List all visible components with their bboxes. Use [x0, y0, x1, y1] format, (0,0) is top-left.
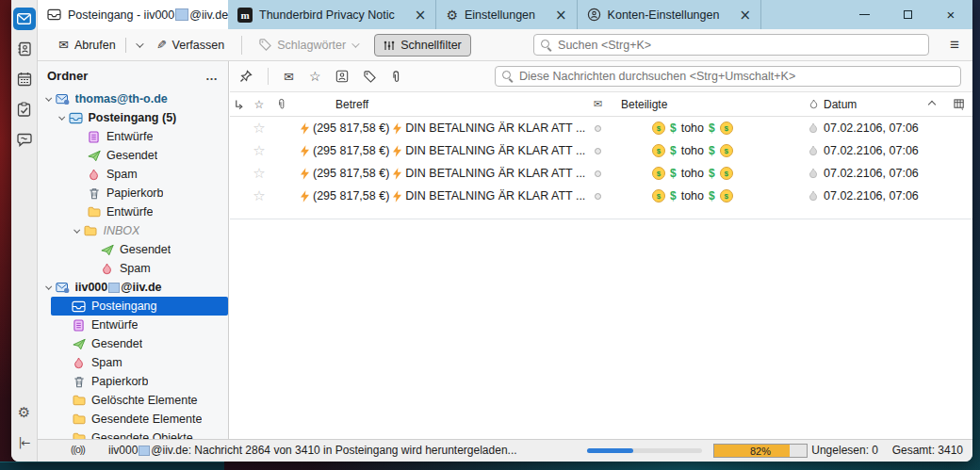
folder-item-trash[interactable]: Papierkorb	[38, 184, 228, 203]
folder-item-drafts-folder[interactable]: Entwürfe	[38, 203, 228, 221]
folder-item-deleted-elements[interactable]: Gelöschte Elemente	[38, 391, 228, 410]
folder-item-sent[interactable]: Gesendet	[38, 146, 228, 165]
quick-filter-toggle-button[interactable]: Schnellfilter	[374, 34, 471, 57]
message-row[interactable]: ☆ (295 817,58 €) DIN BETALNING ÄR KLAR A…	[230, 162, 972, 185]
spam-icon[interactable]	[803, 190, 824, 202]
maximize-button[interactable]	[886, 0, 929, 29]
message-row[interactable]: ☆ (295 817,58 €) DIN BETALNING ÄR KLAR A…	[230, 139, 972, 162]
folder-item-sent-elements[interactable]: Gesendete Elemente	[38, 410, 228, 429]
global-search-input[interactable]	[558, 39, 922, 52]
read-status-icon[interactable]	[595, 125, 601, 132]
redaction-box	[175, 8, 188, 21]
column-picker-icon[interactable]	[946, 99, 972, 110]
folder-item-spam[interactable]: Spam	[38, 353, 228, 372]
star-column-icon[interactable]: ☆	[249, 98, 270, 111]
folder-pane-options-button[interactable]: …	[205, 69, 219, 83]
address-book-space-icon[interactable]	[13, 38, 36, 60]
attachment-column-icon[interactable]	[270, 98, 293, 110]
tab-settings[interactable]: ⚙ Einstellungen ×	[436, 0, 577, 29]
tab-title: Posteingang - iiv000@iiv.de	[68, 8, 228, 22]
message-subject: (295 817,58 €) DIN BETALNING ÄR KLAR ATT…	[293, 122, 586, 135]
chevron-down-icon[interactable]	[74, 226, 79, 232]
tab-account-settings[interactable]: Konten-Einstellungen ×	[578, 0, 761, 29]
status-message: iiv000@iiv.de: Nachricht 2864 von 3410 i…	[108, 444, 517, 457]
star-icon[interactable]: ☆	[249, 187, 270, 204]
chevron-down-icon[interactable]	[45, 94, 51, 100]
folder-item-trash[interactable]: Papierkorb	[38, 372, 228, 391]
message-search-input[interactable]	[519, 70, 954, 83]
calendar-icon	[17, 72, 32, 87]
drafts-icon	[87, 130, 101, 143]
minimize-button[interactable]	[842, 0, 886, 29]
folder-item-inbox[interactable]: Posteingang (5)	[38, 108, 228, 127]
close-icon[interactable]: ×	[739, 7, 751, 24]
chat-space-icon[interactable]	[13, 128, 36, 151]
chevron-down-icon[interactable]	[136, 40, 143, 47]
tab-privacy-notice[interactable]: m Thunderbird Privacy Notic ×	[228, 0, 436, 29]
gear-icon: ⚙	[446, 8, 458, 23]
spam-column-icon[interactable]	[803, 99, 824, 109]
starred-filter-icon[interactable]: ☆	[309, 69, 321, 84]
folder-item-inbox-selected[interactable]: Posteingang	[51, 297, 228, 316]
tab-inbox[interactable]: Posteingang - iiv000@iiv.de	[38, 0, 228, 29]
read-status-icon[interactable]	[595, 193, 601, 200]
money-face-emoji: $	[720, 167, 733, 180]
folder-item-drafts[interactable]: Entwürfe	[38, 127, 228, 146]
spam-icon[interactable]	[803, 145, 824, 156]
spam-icon[interactable]	[803, 168, 824, 179]
close-window-button[interactable]: ×	[929, 0, 972, 29]
settings-icon[interactable]: ⚙	[13, 401, 36, 424]
folder-item-inbox-sent[interactable]: Gesendet	[38, 240, 228, 259]
folder-item-inbox-spam[interactable]: Spam	[38, 259, 228, 278]
global-search[interactable]	[533, 34, 929, 56]
attachment-filter-icon[interactable]	[391, 70, 400, 84]
folder-account-thomas[interactable]: thomas@th-o.de	[38, 89, 228, 108]
compose-button[interactable]: ✎ Verfassen	[149, 33, 233, 57]
read-status-icon[interactable]	[595, 148, 601, 154]
star-icon[interactable]: ☆	[249, 165, 270, 182]
hamburger-icon: ≡	[950, 36, 959, 54]
star-icon[interactable]: ☆	[249, 120, 270, 137]
spam-icon[interactable]	[803, 122, 824, 134]
quota-progress-bar: 82%	[713, 444, 808, 458]
close-icon[interactable]: ×	[415, 7, 427, 24]
thread-column-icon[interactable]	[230, 99, 249, 110]
tasks-space-icon[interactable]	[13, 98, 36, 121]
folder-item-sent-objects[interactable]: Gesendete Objekte	[38, 429, 228, 439]
calendar-space-icon[interactable]	[13, 68, 36, 90]
folder-item-sent[interactable]: Gesendet	[38, 334, 228, 353]
read-column-icon[interactable]: ✉	[586, 98, 610, 110]
message-row[interactable]: ☆ (295 817,58 €) DIN BETALNING ÄR KLAR A…	[230, 185, 972, 207]
folder-account-iiv[interactable]: iiv000@iiv.de	[38, 278, 228, 297]
contact-filter-icon[interactable]	[335, 70, 349, 83]
close-icon[interactable]: ×	[555, 7, 567, 24]
tag-filter-icon[interactable]	[364, 71, 376, 83]
message-correspondent: $ $ toho $ $	[610, 144, 803, 157]
message-pane-splitter[interactable]	[230, 219, 972, 219]
column-header-date[interactable]: Datum	[824, 98, 946, 111]
chevron-down-icon[interactable]	[45, 283, 51, 288]
message-row[interactable]: ☆ (295 817,58 €) DIN BETALNING ÄR KLAR A…	[230, 117, 972, 139]
sent-icon	[72, 337, 86, 350]
desktop: ⚙ |← Posteingang - iiv000@iiv.de m Thund…	[0, 0, 980, 470]
taskbar-strip	[0, 462, 224, 470]
star-icon[interactable]: ☆	[249, 142, 270, 159]
get-messages-button[interactable]: ✉ Abrufen	[51, 33, 149, 57]
pin-filter-icon[interactable]	[239, 70, 253, 83]
chevron-down-icon[interactable]	[58, 113, 64, 119]
mail-space-icon[interactable]	[13, 8, 36, 30]
folder-item-inbox-folder[interactable]: INBOX	[38, 221, 228, 240]
unread-filter-icon[interactable]: ✉	[284, 70, 294, 84]
column-header-correspondents[interactable]: Beteiligte	[610, 98, 803, 111]
read-status-icon[interactable]	[595, 170, 601, 177]
collapse-spaces-icon[interactable]: |←	[13, 431, 36, 454]
column-header-subject[interactable]: Betreff	[293, 98, 586, 111]
app-menu-button[interactable]: ≡	[942, 34, 967, 57]
message-search[interactable]	[495, 66, 961, 87]
lightning-icon	[301, 145, 309, 157]
folder-icon	[72, 431, 86, 439]
folder-item-spam[interactable]: Spam	[38, 165, 228, 184]
tags-button[interactable]: Schlagwörter	[252, 34, 365, 57]
folder-item-drafts[interactable]: Entwürfe	[38, 316, 228, 334]
lightning-icon	[393, 145, 401, 157]
